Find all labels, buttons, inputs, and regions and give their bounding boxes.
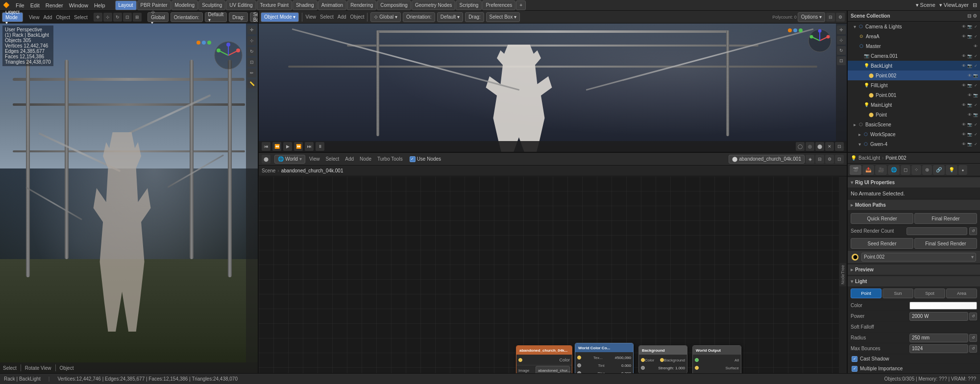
- filter-icon-coll[interactable]: ⊟: [967, 13, 971, 19]
- tab-texture-paint[interactable]: Texture Paint: [257, 0, 292, 10]
- tab-modeling[interactable]: Modeling: [172, 0, 198, 10]
- object-menu-left[interactable]: Object: [56, 15, 70, 20]
- move-top-side[interactable]: ⊹: [837, 36, 846, 45]
- eye-guideline[interactable]: 👁: [973, 151, 978, 152]
- prop-tab-render[interactable]: 🎬: [850, 165, 861, 175]
- nav-gizmo-left[interactable]: [214, 41, 243, 70]
- bg-in-color[interactable]: [641, 358, 645, 362]
- close-viewport[interactable]: ✕: [825, 142, 834, 151]
- rotate-tool[interactable]: ↻: [113, 13, 122, 22]
- node-node-menu[interactable]: Node: [360, 156, 371, 162]
- object-name-field[interactable]: Point.002 ▾: [861, 253, 976, 262]
- orientation-top[interactable]: Orientation:: [403, 12, 435, 22]
- fullscreen-viewport[interactable]: ⊡: [835, 142, 844, 151]
- color-swatch[interactable]: [909, 302, 977, 310]
- render-point[interactable]: 📷: [973, 112, 978, 117]
- wcc-in-2[interactable]: [577, 363, 581, 367]
- tab-layout[interactable]: Layout: [115, 0, 137, 10]
- cursor-btn-left[interactable]: ✛: [247, 25, 256, 34]
- wcc-in-1[interactable]: [577, 356, 581, 360]
- drag-label[interactable]: Drag:: [229, 12, 247, 22]
- node-view-menu[interactable]: View: [309, 156, 320, 162]
- breadcrumb-scene[interactable]: Scene: [262, 168, 275, 173]
- tab-geometry-nodes[interactable]: Geometry Nodes: [412, 0, 456, 10]
- coll-master[interactable]: ⬡ Master 👁: [848, 41, 980, 51]
- seed-render-btn[interactable]: Seed Render: [851, 238, 913, 249]
- viewport-shading-2[interactable]: ◎: [806, 142, 814, 151]
- sel-camera[interactable]: ✓: [973, 53, 978, 58]
- tab-preferences[interactable]: Preferences: [482, 0, 515, 10]
- orientation-label[interactable]: Orientation:: [171, 12, 203, 22]
- light-type-point[interactable]: Point: [851, 288, 882, 298]
- wo-all-in[interactable]: [695, 358, 699, 362]
- prop-tab-data[interactable]: 💡: [946, 165, 957, 175]
- img-dropdown[interactable]: abandoned_chur...: [536, 366, 570, 373]
- final-render-btn[interactable]: Final Render: [914, 213, 977, 224]
- prop-tab-world[interactable]: 🌐: [888, 165, 900, 175]
- eye-camera-lights[interactable]: 👁: [961, 24, 966, 29]
- coll-backlight[interactable]: 💡 BackLight 👁 📷 ✓: [848, 61, 980, 71]
- node-sidebar-item[interactable]: NodeTree: [839, 263, 846, 287]
- node-canvas[interactable]: abandoned_church_04k... Color Image aban…: [259, 176, 847, 373]
- transform-tool[interactable]: ⊞: [133, 13, 142, 22]
- object-mode-btn[interactable]: Object Mode ▾: [2, 12, 23, 22]
- tab-compositing[interactable]: Compositing: [377, 0, 411, 10]
- prop-breadcrumb-point[interactable]: Point.002: [885, 155, 906, 161]
- select-top[interactable]: Select: [320, 14, 334, 20]
- global-orientation[interactable]: ⊹ Global ▾: [147, 12, 169, 22]
- scale-top-side[interactable]: ⊡: [837, 56, 846, 65]
- coll-workspace[interactable]: ▸ ⬡ WorkSpace 👁 📷 ✓: [848, 129, 980, 139]
- final-seed-render-btn[interactable]: Final Seed Render: [914, 238, 977, 249]
- render-point001[interactable]: 📷: [973, 93, 978, 97]
- scale-btn-left[interactable]: ⊡: [247, 58, 256, 67]
- eye-area[interactable]: 👁: [961, 34, 966, 39]
- seed-render-count-value[interactable]: [906, 227, 967, 235]
- select-box-btn[interactable]: Select Box ▾: [250, 12, 259, 22]
- eye-mainlight[interactable]: 👁: [961, 102, 966, 107]
- rig-ui-header[interactable]: ▾ Rig UI Properties: [848, 177, 980, 188]
- menu-render[interactable]: Render: [46, 2, 63, 8]
- tab-shading[interactable]: Shading: [293, 0, 318, 10]
- render-gwen[interactable]: 📷: [967, 142, 972, 146]
- tab-add[interactable]: +: [516, 0, 526, 10]
- default-btn[interactable]: Default ▾: [205, 12, 227, 22]
- world-color-node[interactable]: World Color Co... Tex... #500,090 Tint 0…: [575, 343, 634, 373]
- render-camera-lights[interactable]: 📷: [967, 24, 972, 29]
- options-top[interactable]: Options ▾: [798, 12, 825, 22]
- eye-camera[interactable]: 👁: [961, 53, 966, 58]
- sel-workspace[interactable]: ✓: [973, 132, 978, 137]
- viewport-shading-1[interactable]: ◯: [796, 142, 805, 151]
- motion-paths-header[interactable]: ▸ Motion Paths: [848, 200, 980, 211]
- scale-tool[interactable]: ⊡: [123, 13, 132, 22]
- coll-area-a[interactable]: ⊙ AreaA 👁 📷 ✓: [848, 31, 980, 41]
- node-turbo-tools[interactable]: Turbo Tools: [377, 156, 403, 162]
- quick-render-btn[interactable]: Quick Render: [851, 213, 913, 224]
- prop-breadcrumb-backlight[interactable]: BackLight: [858, 155, 880, 161]
- add-menu-left[interactable]: Add: [43, 15, 52, 20]
- sel-mainlight[interactable]: ✓: [973, 102, 978, 107]
- eye-master[interactable]: 👁: [973, 44, 978, 48]
- coll-point002[interactable]: ⬤ Point.002 👁 📷: [848, 71, 980, 80]
- prop-tab-material[interactable]: ⬥: [958, 165, 967, 175]
- power-value[interactable]: 2000 W: [909, 312, 968, 321]
- nav-gizmo-top[interactable]: [808, 28, 832, 53]
- pause-btn[interactable]: ⏸: [316, 142, 324, 151]
- move-btn-left[interactable]: ⊹: [247, 36, 256, 45]
- menu-edit[interactable]: Edit: [30, 2, 40, 8]
- selectbox-top[interactable]: Select Box ▾: [486, 12, 520, 22]
- global-top[interactable]: ⊹ Global ▾: [370, 12, 400, 22]
- eye-filllight[interactable]: 👁: [961, 83, 966, 88]
- bg-out[interactable]: [660, 358, 664, 362]
- world-dropdown[interactable]: 🌐 World ▾: [274, 155, 305, 164]
- prev-frame[interactable]: ⏪: [272, 142, 281, 151]
- world-selector[interactable]: ⬤ abandoned_church_04k.001: [729, 155, 805, 164]
- prop-tab-scene[interactable]: 🎥: [875, 165, 887, 175]
- prop-tab-object[interactable]: ◻: [901, 165, 910, 175]
- jump-start[interactable]: ⏮: [262, 142, 270, 151]
- multiple-importance-checkbox[interactable]: [852, 366, 858, 372]
- filter-top[interactable]: ⊟: [826, 13, 835, 22]
- node-close[interactable]: ⊡: [835, 155, 844, 164]
- sel-gwen[interactable]: ✓: [973, 142, 978, 146]
- prop-tab-particles[interactable]: ⁘: [911, 165, 921, 175]
- play-btn[interactable]: ▶: [283, 142, 292, 151]
